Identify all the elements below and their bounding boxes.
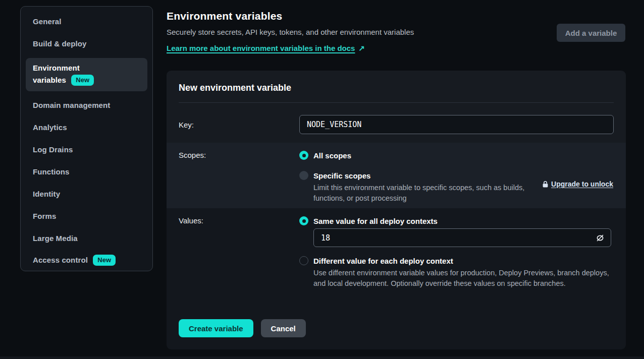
sidebar-item-domain-management[interactable]: Domain management bbox=[26, 97, 147, 112]
key-input[interactable] bbox=[299, 115, 614, 134]
sidebar-item-general[interactable]: General bbox=[26, 14, 147, 29]
sidebar-item-access-control[interactable]: Access control New bbox=[26, 253, 147, 268]
eye-slash-icon bbox=[595, 233, 605, 243]
panel-header-section: New environment variable Key: bbox=[167, 71, 626, 143]
all-scopes-option-label: All scopes bbox=[313, 151, 351, 160]
same-value-option[interactable]: Same value for all deploy contexts bbox=[299, 216, 614, 225]
sidebar-item-label: Domain management bbox=[33, 101, 110, 109]
specific-scopes-option-label: Specific scopes bbox=[313, 171, 370, 180]
new-badge: New bbox=[93, 255, 116, 266]
sidebar-item-label: Build & deploy bbox=[33, 39, 86, 48]
sidebar-item-log-drains[interactable]: Log Drains bbox=[26, 142, 147, 157]
settings-sidebar: General Build & deploy Environment varia… bbox=[20, 6, 153, 271]
upgrade-to-unlock-link[interactable]: Upgrade to unlock bbox=[542, 180, 613, 188]
sidebar-item-label: Large Media bbox=[33, 234, 78, 243]
sidebar-item-label: Access control bbox=[33, 256, 88, 264]
specific-scopes-radio[interactable] bbox=[299, 171, 308, 180]
external-link-arrow-icon: ↗ bbox=[358, 44, 365, 53]
page-subtitle: Securely store secrets, API keys, tokens… bbox=[167, 28, 414, 36]
key-label: Key: bbox=[179, 121, 299, 129]
sidebar-item-analytics[interactable]: Analytics bbox=[26, 119, 147, 135]
sidebar-item-identity[interactable]: Identity bbox=[26, 186, 147, 201]
lock-icon bbox=[542, 181, 549, 188]
same-value-option-label: Same value for all deploy contexts bbox=[313, 217, 438, 225]
cancel-button[interactable]: Cancel bbox=[261, 319, 306, 337]
sidebar-item-label: General bbox=[33, 17, 62, 26]
add-variable-button[interactable]: Add a variable bbox=[557, 24, 625, 42]
sidebar-item-functions[interactable]: Functions bbox=[26, 164, 147, 179]
docs-link[interactable]: Learn more about environment variables i… bbox=[167, 44, 365, 53]
create-variable-button[interactable]: Create variable bbox=[179, 319, 253, 337]
sidebar-item-build-deploy[interactable]: Build & deploy bbox=[26, 36, 147, 51]
different-value-option-label: Different value for each deploy context bbox=[313, 257, 453, 265]
divider bbox=[179, 102, 614, 103]
sidebar-item-forms[interactable]: Forms bbox=[26, 208, 147, 223]
different-value-option[interactable]: Different value for each deploy context … bbox=[299, 256, 614, 289]
all-scopes-option[interactable]: All scopes bbox=[299, 151, 614, 160]
new-badge: New bbox=[71, 75, 94, 86]
specific-scopes-description: Limit this environment variable to speci… bbox=[313, 183, 543, 204]
scopes-label: Scopes: bbox=[179, 151, 299, 208]
sidebar-item-label: Forms bbox=[33, 212, 56, 220]
scopes-section: Scopes: All scopes Specific scopes Limit… bbox=[167, 143, 626, 208]
all-scopes-radio[interactable] bbox=[299, 151, 308, 160]
different-value-radio[interactable] bbox=[299, 256, 308, 265]
key-row: Key: bbox=[179, 115, 614, 134]
form-title: New environment variable bbox=[179, 83, 614, 93]
sidebar-item-label: Identity bbox=[33, 190, 60, 198]
next-card-edge bbox=[0, 356, 644, 359]
same-value-radio[interactable] bbox=[299, 216, 308, 225]
toggle-value-visibility-button[interactable] bbox=[594, 232, 606, 244]
form-actions: Create variable Cancel bbox=[179, 319, 306, 337]
values-section: Values: Same value for all deploy contex… bbox=[167, 208, 626, 349]
page-title: Environment variables bbox=[167, 10, 282, 22]
sidebar-item-environment-variables[interactable]: Environment variables New bbox=[26, 58, 147, 91]
sidebar-item-label: Analytics bbox=[33, 123, 67, 132]
sidebar-item-label: Functions bbox=[33, 167, 70, 176]
sidebar-item-label: Log Drains bbox=[33, 145, 73, 154]
different-value-description: Use different environment variable value… bbox=[313, 268, 614, 289]
value-input[interactable] bbox=[313, 228, 611, 247]
new-environment-variable-panel: New environment variable Key: Scopes: Al… bbox=[167, 71, 626, 349]
sidebar-item-large-media[interactable]: Large Media bbox=[26, 230, 147, 246]
